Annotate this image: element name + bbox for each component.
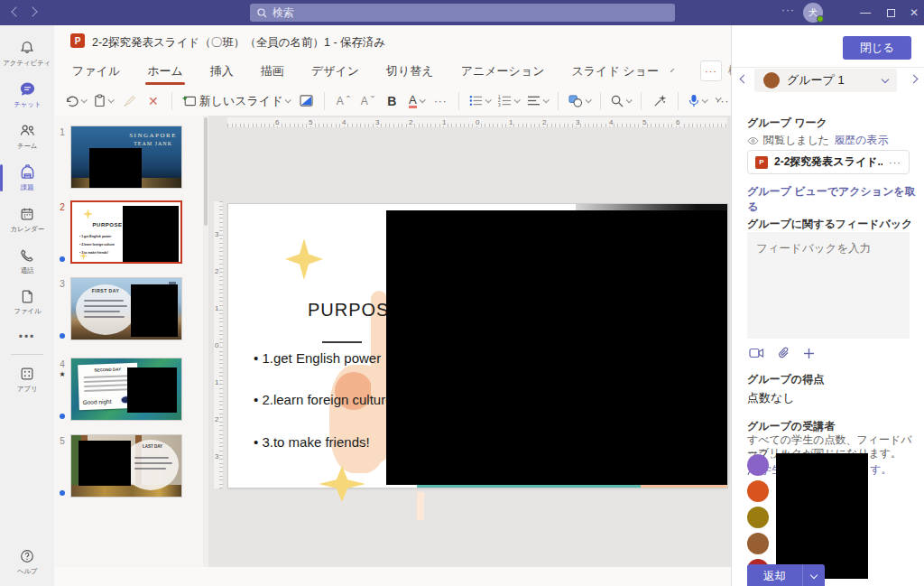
forward-icon[interactable] — [27, 6, 37, 16]
chevron-down-icon[interactable] — [670, 69, 674, 72]
tab-insert[interactable]: 挿入 — [208, 58, 236, 85]
find-button[interactable] — [611, 95, 631, 107]
thumb1-subtitle: TEAM JANK — [129, 141, 177, 146]
sidebar-more-apps-icon[interactable]: ••• — [0, 323, 54, 350]
tab-slideshow[interactable]: スライド ショー — [569, 58, 660, 85]
return-dropdown-button[interactable] — [803, 564, 825, 586]
illustration-overflow — [417, 492, 424, 520]
sidebar-item-teams[interactable]: チーム — [0, 116, 54, 157]
grow-font-label: A — [337, 95, 344, 107]
sidebar-item-chat[interactable]: チャット — [0, 74, 54, 116]
sidebar-item-files[interactable]: ファイル — [0, 282, 54, 323]
bullet-list-icon — [469, 95, 483, 107]
font-color-button[interactable]: A — [408, 94, 424, 108]
sidebar-item-label: アクティビティ — [4, 58, 51, 67]
format-painter-button[interactable] — [121, 95, 137, 107]
chevron-down-icon[interactable] — [419, 97, 425, 103]
sidebar-item-label: アプリ — [17, 384, 38, 393]
video-icon[interactable] — [749, 348, 764, 358]
student-avatar[interactable] — [747, 480, 769, 502]
tab-animations[interactable]: アニメーション — [459, 58, 547, 85]
thumb2-bullet: • 2.learn foreign culture — [79, 241, 115, 249]
maximize-button[interactable] — [879, 0, 902, 25]
group-selector[interactable]: グループ 1 — [754, 69, 897, 92]
sidebar-item-help[interactable]: ヘルプ — [0, 541, 54, 582]
bold-button[interactable]: B — [383, 94, 400, 108]
chevron-down-icon[interactable] — [514, 97, 521, 103]
minimize-button[interactable]: — — [854, 0, 877, 25]
document-header: P 2-2探究発表スライド（〇班）（全員の名前）1 - 保存済み — [54, 25, 731, 56]
slide-editing-surface[interactable]: PURPOSE • 1.get English power • 2.learn … — [228, 204, 727, 488]
file-more-button[interactable]: ··· — [889, 157, 901, 168]
chevron-down-icon[interactable] — [702, 97, 708, 103]
ruler-h-number: 4 — [608, 118, 614, 126]
previous-group-icon[interactable] — [740, 75, 749, 84]
shapes-button[interactable] — [568, 95, 590, 107]
ruler-v-number: 0 — [215, 341, 218, 349]
thumb2-bullet: • 1.get English power — [79, 233, 115, 241]
chevron-down-icon[interactable] — [586, 97, 592, 103]
chevron-down-icon[interactable] — [485, 97, 492, 103]
student-avatar[interactable] — [747, 533, 769, 554]
paperclip-icon[interactable] — [778, 347, 790, 359]
designer-button[interactable] — [651, 95, 668, 107]
plus-icon[interactable] — [803, 348, 815, 359]
attached-file-card[interactable]: P 2-2探究発表スライド... ··· — [747, 150, 910, 174]
sidebar-item-calendar[interactable]: カレンダー — [0, 199, 54, 240]
return-button[interactable]: 返却 — [747, 564, 803, 586]
align-button[interactable] — [527, 95, 548, 107]
bell-icon — [19, 40, 35, 56]
new-slide-button[interactable]: 新しいスライド — [182, 93, 291, 109]
chevron-down-icon[interactable] — [543, 97, 550, 103]
student-avatar[interactable] — [747, 454, 769, 476]
dictate-button[interactable] — [688, 94, 707, 107]
thumb4-textline — [84, 379, 134, 383]
bullets-button[interactable] — [469, 95, 490, 107]
slide-thumbnail-5[interactable]: LAST DAY — [70, 434, 182, 498]
titlebar-more-button[interactable]: ··· — [781, 4, 795, 16]
ribbon-more-button[interactable]: ··· — [700, 60, 722, 81]
slide-thumbnail-3[interactable]: FIRST DAY — [70, 277, 182, 340]
tab-transitions[interactable]: 切り替え — [384, 58, 436, 85]
close-button[interactable]: 閉じる — [843, 36, 911, 60]
slide-thumbnail-2[interactable]: PURPOSE • 1.get English power • 2.learn … — [70, 200, 182, 264]
tab-home[interactable]: ホーム — [145, 58, 185, 85]
slide-thumbnail-4[interactable]: SECOND DAY Good night — [70, 358, 182, 421]
group-view-action-link[interactable]: グループ ビューでアクションを取る — [747, 184, 924, 215]
thumb5-textline — [134, 468, 166, 470]
slide-bullet-2[interactable]: • 2.learn foreign culture — [254, 392, 393, 407]
close-window-button[interactable]: ✕ — [902, 0, 924, 25]
thumb5-textline — [134, 457, 169, 459]
feedback-input[interactable]: フィードバックを入力 — [747, 232, 910, 339]
sidebar-item-apps[interactable]: アプリ — [0, 358, 54, 400]
chevron-down-icon[interactable] — [285, 97, 291, 103]
history-link[interactable]: 履歴の表示 — [834, 133, 888, 148]
undo-button[interactable] — [65, 95, 86, 107]
chevron-down-icon[interactable] — [81, 97, 88, 103]
chevron-down-icon[interactable] — [108, 97, 115, 103]
ruler-h-number: 1 — [441, 118, 447, 126]
grow-font-button[interactable]: Aˆ — [335, 95, 351, 107]
paste-button[interactable] — [94, 94, 113, 107]
search-input[interactable]: 検索 — [250, 4, 675, 22]
help-icon — [19, 548, 35, 564]
back-icon[interactable] — [11, 6, 21, 16]
tab-file[interactable]: ファイル — [70, 58, 122, 85]
sidebar-item-calls[interactable]: 通話 — [0, 240, 54, 282]
tab-draw[interactable]: 描画 — [259, 58, 286, 85]
chevron-down-icon[interactable] — [626, 97, 633, 103]
slide-thumbnail-1[interactable]: SINGAPORE TEAM JANK — [70, 126, 182, 189]
sidebar-item-assignments[interactable]: 課題 — [0, 157, 54, 199]
slide-bullet-1[interactable]: • 1.get English power — [254, 350, 381, 366]
numbering-button[interactable]: 123 — [498, 95, 519, 107]
sidebar-item-activity[interactable]: アクティビティ — [0, 33, 54, 74]
student-avatar[interactable] — [747, 507, 769, 528]
layout-button[interactable] — [298, 95, 314, 107]
font-more-button[interactable]: ··· — [432, 95, 448, 107]
shrink-font-button[interactable]: Aˇ — [359, 95, 375, 107]
toolbar-divider — [600, 92, 601, 110]
delete-button[interactable]: ✕ — [145, 94, 162, 108]
tab-design[interactable]: デザイン — [310, 58, 361, 85]
next-group-icon[interactable] — [910, 75, 919, 84]
slide-bullet-3[interactable]: • 3.to make friends! — [254, 434, 370, 450]
